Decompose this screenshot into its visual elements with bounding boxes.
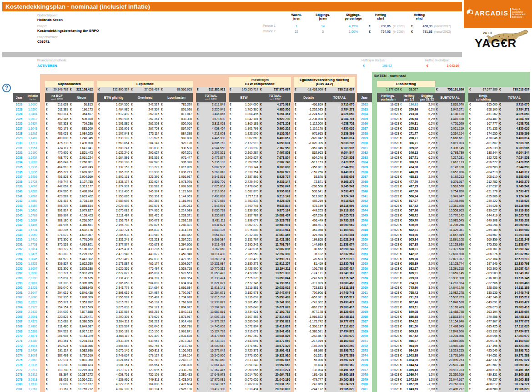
cell-btw[interactable]: €2.338.754 xyxy=(229,170,259,175)
cell-eenh[interactable]: 19.628 xyxy=(377,368,399,373)
cell-totexcl[interactable]: €4.685.762 xyxy=(196,141,226,146)
cell-nabcf[interactable]: €389.997 xyxy=(45,213,69,218)
cell-overhead[interactable]: €504.602 xyxy=(130,281,160,286)
cell-overhead[interactable]: €295.627 xyxy=(130,151,160,156)
cell-totegal[interactable]: €5.488.614 xyxy=(324,136,355,141)
cell-eenh[interactable]: 19.628 xyxy=(377,126,399,131)
cell-jaar2[interactable]: 2061 xyxy=(357,291,372,296)
cell-overhead[interactable]: €422.228 xyxy=(130,237,160,242)
cell-nieuw[interactable]: €2.476.249 xyxy=(69,165,94,170)
cell-totincl[interactable]: €13.859.844 xyxy=(259,276,291,281)
cell-inflatie[interactable]: 1,6084 xyxy=(25,218,40,223)
cell-inflatie[interactable]: 2,6916 xyxy=(25,343,40,348)
cell-inflatie[interactable]: 1,7069 xyxy=(25,232,40,237)
cell-btwpl[interactable]: €4.222.735 xyxy=(97,382,130,387)
cell-btw[interactable]: €2.285.950 xyxy=(229,252,259,257)
cell-loon[interactable]: €1.288.401 xyxy=(160,223,193,228)
cell-dotatie[interactable]: €243.069 xyxy=(294,382,324,387)
cell-loon[interactable]: €1.238.371 xyxy=(160,213,193,218)
cell-loon[interactable]: €2.476.604 xyxy=(160,382,193,387)
cell-nabcf[interactable]: €191.117 xyxy=(45,348,69,353)
cell-totincl[interactable]: €7.467.808 xyxy=(259,151,291,156)
cell-jaar2[interactable]: 2031 xyxy=(357,146,372,151)
cell-heffing[interactable]: €271,77 xyxy=(399,131,419,136)
cell-nabcf[interactable]: €492.145 xyxy=(45,117,69,122)
cell-dotatie[interactable]: €492.219 xyxy=(294,199,324,204)
cell-jaar2[interactable]: 2051 xyxy=(357,242,372,247)
cell-totegal[interactable]: €20.565.389 xyxy=(324,377,355,382)
cell-heffing[interactable]: €655,78 xyxy=(399,257,419,262)
cell-eenh[interactable]: 19.628 xyxy=(377,242,399,247)
cell-totexcl[interactable]: €9.051.078 xyxy=(196,232,226,237)
cell-eenh[interactable]: 19.628 xyxy=(377,372,399,377)
cell-dotatie[interactable]: €-862.212 xyxy=(294,305,324,310)
cell-totincl[interactable]: €15.035.022 xyxy=(259,286,291,291)
cell-totincl[interactable]: €18.841.463 xyxy=(259,329,291,334)
cell-totbaten[interactable]: €18.893.715 xyxy=(498,348,530,353)
total-eenh[interactable]: 1.177.657 xyxy=(377,87,399,93)
cell-kwijt[interactable]: €-316.183 xyxy=(468,276,498,281)
cell-eenh[interactable]: 19.628 xyxy=(377,151,399,156)
cell-totincl[interactable]: €12.297.380 xyxy=(259,252,291,257)
cell-inflatie[interactable]: 1,1951 xyxy=(25,146,40,151)
cell-eenh[interactable]: 19.628 xyxy=(377,300,399,305)
cell-heffing[interactable]: €226,68 xyxy=(399,117,419,122)
cell-nieuw[interactable]: €3.107.785 xyxy=(69,180,94,185)
cell-kwijt[interactable]: €-225.806 xyxy=(468,194,498,199)
cell-totbaten[interactable]: €7.470.595 xyxy=(498,160,530,165)
cell-inflatie[interactable]: 1,0612 xyxy=(25,117,40,122)
cell-jaar[interactable]: 2062 xyxy=(13,295,25,300)
cell-totegal[interactable]: €13.349.162 xyxy=(324,271,355,276)
cell-nieuw[interactable]: €9.154.379 xyxy=(69,334,94,339)
cell-kwijt[interactable]: €-292.104 xyxy=(468,257,498,262)
cell-nieuw[interactable]: €3.313.177 xyxy=(69,184,94,189)
cell-subtot[interactable]: €5.666.661 xyxy=(435,136,465,141)
cell-dotatie[interactable]: €-517.153 xyxy=(294,160,324,165)
cell-subtot[interactable]: €11.657.949 xyxy=(435,232,465,237)
cell-totincl[interactable]: €11.708.734 xyxy=(259,242,291,247)
cell-totbaten[interactable]: €13.888.468 xyxy=(498,281,530,286)
cell-stijging[interactable]: 6,2% xyxy=(419,146,435,151)
cell-totbaten[interactable]: €19.986.629 xyxy=(498,387,530,392)
cell-totegal[interactable]: €12.090.747 xyxy=(324,247,355,252)
cell-inflatie[interactable]: 1,1487 xyxy=(25,136,40,141)
cell-totegal[interactable]: €3.784.271 xyxy=(324,107,355,112)
cell-heffing[interactable]: €487,25 xyxy=(399,184,419,189)
cell-stijging[interactable]: 2,0% xyxy=(419,305,435,310)
cell-totexcl[interactable]: €5.207.521 xyxy=(196,151,226,156)
group-header-cell[interactable]: Egalisatievoorziening riolering(BBV 44.2… xyxy=(294,72,355,87)
cell-overhead[interactable]: €591.221 xyxy=(130,319,160,324)
cell-totincl[interactable]: €8.929.727 xyxy=(259,175,291,180)
cell-heffing[interactable]: €1.072,19 xyxy=(399,377,419,382)
cell-btw[interactable]: €3.182.978 xyxy=(229,291,259,296)
cell-jaar2[interactable]: 2037 xyxy=(357,175,372,180)
cell-kwijt[interactable]: €-349.091 xyxy=(468,300,498,305)
cell-totegal[interactable]: €5.838.286 xyxy=(324,141,355,146)
cell-stijging[interactable]: 2,0% xyxy=(419,261,435,266)
cell-totegal[interactable]: €6.209.906 xyxy=(324,146,355,151)
cell-totbaten[interactable]: €15.499.427 xyxy=(498,300,530,305)
cell-kwijt[interactable]: €-158.100 xyxy=(468,107,498,112)
cell-jaar[interactable]: 2025 xyxy=(13,117,25,122)
cell-kwijt[interactable]: €-234.928 xyxy=(468,204,498,209)
cell-heffing[interactable]: €724,03 xyxy=(399,281,419,286)
cell-loon[interactable]: €850.056 xyxy=(160,121,193,126)
cell-stijging[interactable]: 3,0% xyxy=(419,286,435,291)
cell-loon[interactable]: €2.243.137 xyxy=(160,358,193,363)
cell-loon[interactable]: €1.700.017 xyxy=(160,291,193,296)
column-header-totincl[interactable]: TOTAALincl. BTW xyxy=(259,93,291,102)
cell-heffing[interactable]: €617,95 xyxy=(399,242,419,247)
cell-totincl[interactable]: €14.199.567 xyxy=(259,281,291,286)
cell-nieuw[interactable]: €10.765.712 xyxy=(69,387,94,392)
cell-nabcf[interactable]: €421.418 xyxy=(45,199,69,204)
column-header-totexcl[interactable]: TOTAALexcl. BTW xyxy=(196,93,226,102)
cell-jaar[interactable]: 2053 xyxy=(13,252,25,257)
total-stijging[interactable] xyxy=(419,87,435,93)
cell-totegal[interactable]: €18.893.715 xyxy=(324,348,355,353)
cell-nabcf[interactable]: €372.306 xyxy=(45,237,69,242)
cell-eenh[interactable]: 19.628 xyxy=(377,257,399,262)
cell-btwpl[interactable]: €2.956.587 xyxy=(97,295,130,300)
cell-jaar2[interactable]: 2047 xyxy=(357,223,372,228)
column-header-kwijt[interactable]: Kwijt-schelding xyxy=(468,93,498,102)
cell-totincl[interactable]: €17.952.821 xyxy=(259,319,291,324)
